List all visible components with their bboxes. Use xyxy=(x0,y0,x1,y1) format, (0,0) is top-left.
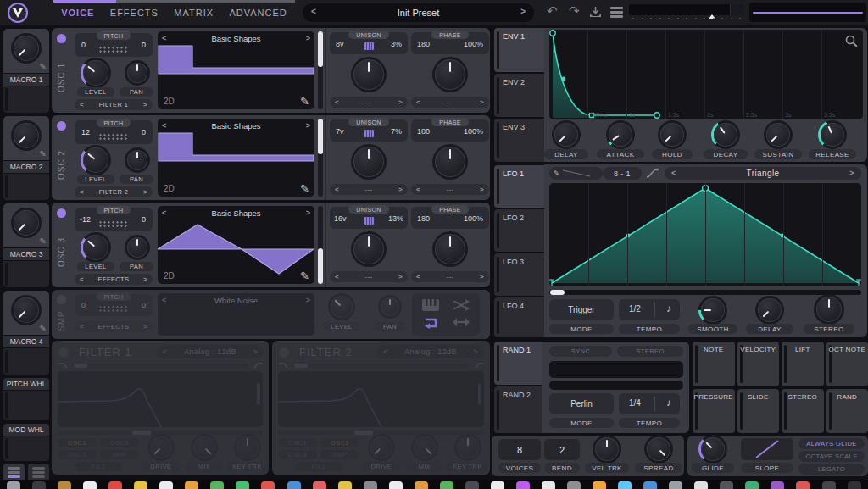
tab-env-3[interactable]: ENV 3 xyxy=(494,119,544,162)
filter-1-response-display[interactable] xyxy=(58,371,263,427)
always-glide-toggle[interactable]: ALWAYS GLIDE xyxy=(798,438,865,449)
source-lift[interactable]: LIFT xyxy=(782,342,824,386)
tab-env-2[interactable]: ENV 2 xyxy=(494,74,544,117)
tab-lfo-1[interactable]: LFO 1 xyxy=(494,165,544,208)
dock-icon[interactable] xyxy=(261,481,275,489)
smp-pan-knob[interactable] xyxy=(381,297,399,316)
macro-1-knob[interactable] xyxy=(14,36,39,61)
macro-2-knob[interactable] xyxy=(14,123,39,148)
osc-3-transpose[interactable]: -12 xyxy=(80,215,91,224)
osc-2-view-mode[interactable]: 2D xyxy=(164,184,175,193)
filter-2-drive-knob[interactable] xyxy=(370,436,392,458)
osc-3-unison-box[interactable]: UNISON 16v 13% xyxy=(330,207,408,229)
menu-icon[interactable] xyxy=(610,7,623,18)
tab-env-1[interactable]: ENV 1 xyxy=(494,28,544,72)
lfo-tempo-note-icon[interactable]: ♪ xyxy=(666,303,671,314)
filter-1-power-button[interactable] xyxy=(58,347,69,358)
vital-logo[interactable] xyxy=(7,2,29,24)
osc-1-morph-knob-2[interactable] xyxy=(435,59,465,90)
filter-1-drive-knob[interactable] xyxy=(150,436,172,458)
osc-1-unison-voices[interactable]: 8v xyxy=(336,40,344,48)
dock-icon[interactable] xyxy=(465,481,479,489)
filter-2-input-smp[interactable]: SMP xyxy=(320,450,359,459)
filter-2-power-button[interactable] xyxy=(279,347,289,358)
rand-tempo-box[interactable]: 1/4 ♪ xyxy=(619,393,680,414)
osc-2-phase-value[interactable]: 180 xyxy=(417,127,430,136)
osc-3-phase-value[interactable]: 180 xyxy=(417,214,430,223)
source-oct-note[interactable]: OCT NOTE xyxy=(826,342,868,386)
osc-1-morph-selector-2[interactable]: <---> xyxy=(411,97,489,108)
lfo-grid-selector[interactable]: 8 - 1 xyxy=(603,167,642,180)
smp-keytrack-icon[interactable] xyxy=(422,299,439,311)
osc-1-wave-name[interactable]: Basic Shapes xyxy=(158,34,314,43)
smp-level-knob[interactable] xyxy=(331,296,353,318)
filter-1-blend-slider[interactable] xyxy=(72,364,248,368)
dock-icon[interactable] xyxy=(643,481,657,489)
dock-icon[interactable] xyxy=(491,481,504,489)
dock-icon[interactable] xyxy=(313,481,326,489)
osc-3-wave-next-icon[interactable]: > xyxy=(306,209,310,217)
source-pressure[interactable]: PRESSURE xyxy=(693,389,735,434)
dock-icon[interactable] xyxy=(210,481,224,489)
filter-1-mix-knob[interactable] xyxy=(193,436,215,458)
pitch-wheel[interactable] xyxy=(3,391,49,420)
filter-2-model-selector[interactable]: <Analog : 12dB> xyxy=(377,345,484,358)
filter-2-input-osc3[interactable]: OSC3 xyxy=(278,450,317,459)
tab-rand-2[interactable]: RAND 2 xyxy=(494,386,542,433)
dock-icon[interactable] xyxy=(516,481,530,489)
osc-2-unison-box[interactable]: UNISON 7v 7% xyxy=(330,119,408,142)
tab-lfo-4[interactable]: LFO 4 xyxy=(494,297,544,337)
filter-1-model-selector[interactable]: <Analog : 12dB> xyxy=(157,345,264,358)
smp-sample-display[interactable]: < White Noise > xyxy=(158,293,314,336)
lfo-smooth-icon[interactable] xyxy=(646,168,659,179)
lfo-stereo-knob[interactable] xyxy=(816,297,842,322)
smp-loop-icon[interactable] xyxy=(422,316,439,329)
osc-2-phase-box[interactable]: PHASE 180 100% xyxy=(411,119,489,142)
dock-icon[interactable] xyxy=(745,481,759,489)
osc-1-pan-knob[interactable] xyxy=(127,63,147,83)
bend-value-box[interactable]: 2 xyxy=(544,439,580,460)
filter-2-link-fil1[interactable]: FIL1 xyxy=(295,462,342,471)
osc-1-tune[interactable]: 0 xyxy=(142,41,146,49)
osc-1-morph-knob-1[interactable] xyxy=(353,59,384,90)
osc-3-pitch-box[interactable]: PITCH -12 0 xyxy=(75,208,153,231)
env-release-knob[interactable] xyxy=(821,123,844,147)
filter-2-blend-slider[interactable] xyxy=(292,364,469,368)
macro-2-edit-icon[interactable]: ✎ xyxy=(40,150,47,158)
lfo-phase-slider[interactable] xyxy=(549,290,861,295)
undo-icon[interactable]: ↶ xyxy=(547,3,558,19)
rand-mode-box[interactable]: Perlin xyxy=(549,393,614,414)
dock-icon[interactable] xyxy=(567,481,581,489)
tab-lfo-3[interactable]: LFO 3 xyxy=(494,253,544,296)
osc-3-wave-edit-icon[interactable]: ✎ xyxy=(300,270,309,281)
octave-scale-toggle[interactable]: OCTAVE SCALE xyxy=(798,451,865,462)
source-rand[interactable]: RAND xyxy=(826,389,868,434)
filter-2-mix-knob[interactable] xyxy=(414,436,436,458)
osc-3-wave-name[interactable]: Basic Shapes xyxy=(158,208,314,218)
lfo-smooth-knob[interactable] xyxy=(701,298,725,322)
spread-knob[interactable] xyxy=(647,437,670,461)
osc-3-wave-scrollbar[interactable] xyxy=(318,206,323,284)
dock-icon[interactable] xyxy=(415,481,428,489)
dock-icon[interactable] xyxy=(134,481,147,489)
filter-1-input-osc2[interactable]: OSC2 xyxy=(100,438,139,447)
mod-wheel[interactable] xyxy=(3,436,49,461)
smp-bounce-icon[interactable] xyxy=(453,317,470,327)
filter-1-input-smp[interactable]: SMP xyxy=(100,450,139,459)
osc-3-phase-rand[interactable]: 100% xyxy=(464,214,483,223)
osc-3-phase-box[interactable]: PHASE 180 100% xyxy=(411,207,489,229)
filter-1-input-osc3[interactable]: OSC3 xyxy=(58,450,97,459)
osc-2-wave-next-icon[interactable]: > xyxy=(306,122,310,130)
dock-icon[interactable] xyxy=(822,481,836,489)
dock-icon[interactable] xyxy=(159,481,173,489)
smp-tune[interactable]: 0 xyxy=(142,301,146,309)
osc-2-route-selector[interactable]: <FILTER 2> xyxy=(75,186,153,197)
osc-1-phase-box[interactable]: PHASE 180 100% xyxy=(411,32,489,54)
osc-1-view-mode[interactable]: 2D xyxy=(164,97,175,106)
lfo-paint-tool[interactable]: ✎ xyxy=(549,167,603,180)
osc-2-wave-display[interactable]: < Basic Shapes > 2D ✎ xyxy=(158,119,314,197)
osc-1-phase-value[interactable]: 180 xyxy=(417,40,430,48)
osc-3-morph-knob-1[interactable] xyxy=(353,234,384,264)
osc-1-phase-rand[interactable]: 100% xyxy=(464,40,483,48)
dock-icon[interactable] xyxy=(338,481,352,489)
